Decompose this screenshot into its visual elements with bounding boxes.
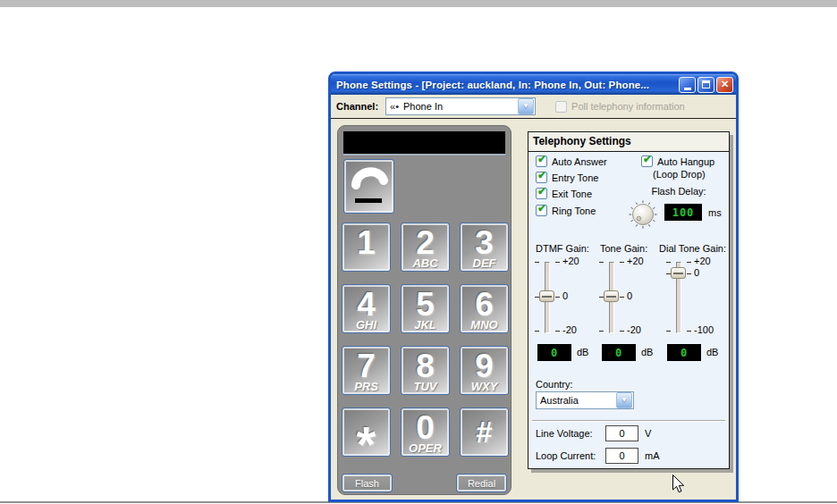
keypad-key-star[interactable]: * (342, 407, 391, 457)
keypad-key-3[interactable]: 3 DEF (460, 223, 509, 272)
knob-dial-icon (629, 200, 657, 229)
country-combobox-value: Australia (540, 395, 616, 406)
checkbox-ring-tone[interactable]: ✔ Ring Tone (536, 205, 596, 216)
checkbox-box: ✔ (536, 172, 547, 183)
keypad-key-hash[interactable]: # (460, 407, 509, 457)
keypad-key-4[interactable]: 4 GHI (342, 284, 391, 333)
key-digit: 5 (402, 288, 449, 321)
separator (532, 420, 725, 422)
checkbox-box: ✔ (536, 188, 547, 199)
flash-delay-knob[interactable] (629, 200, 657, 229)
key-digit: 3 (461, 226, 508, 259)
keypad-key-8[interactable]: 8 TUV (401, 346, 450, 395)
keypad-key-6[interactable]: 6 MNO (460, 284, 509, 333)
poll-checkbox-box (555, 101, 567, 113)
keypad-key-2[interactable]: 2 ABC (401, 223, 450, 272)
tick-mark (555, 262, 560, 263)
tick-label: +20 (627, 256, 644, 266)
country-combobox[interactable]: Australia ▼ (536, 391, 634, 409)
flash-delay-label: Flash Delay: (638, 186, 720, 197)
poll-telephony-checkbox: Poll telephony information (555, 101, 685, 113)
dial-tone-gain-unit: dB (706, 347, 718, 357)
auto-hangup-subtext: (Loop Drop) (653, 169, 706, 180)
redial-button[interactable]: Redial (456, 474, 507, 492)
key-digit: 2 (402, 226, 449, 259)
keypad: 1 2 ABC 3 DEF 4 GHI 5 JKL (342, 223, 509, 457)
tick-label: 0 (627, 290, 632, 301)
flash-delay-unit: ms (708, 207, 722, 218)
close-button[interactable]: ✕ (716, 77, 733, 93)
key-digit: 1 (342, 226, 390, 259)
line-voltage-field[interactable]: 0 (605, 425, 638, 441)
tick-label: 0 (562, 290, 568, 301)
phone-settings-window: Phone Settings - [Project: auckland, In:… (328, 71, 739, 502)
tick-mark (620, 262, 624, 263)
key-digit: 8 (402, 349, 449, 382)
key-letters: MNO (461, 318, 508, 332)
key-digit: # (461, 417, 508, 447)
keypad-key-0[interactable]: 0 OPER (401, 407, 450, 457)
key-letters: DEF (461, 256, 508, 270)
key-letters: OPER (402, 441, 449, 455)
maximize-icon (702, 80, 710, 88)
checkbox-auto-answer[interactable]: ✔ Auto Answer (536, 155, 607, 167)
checkbox-label: Exit Tone (552, 189, 592, 199)
tick-mark (555, 331, 560, 332)
chevron-down-icon: ▼ (522, 103, 529, 110)
minimize-button[interactable] (679, 77, 696, 93)
hook-button[interactable] (343, 159, 394, 214)
checkbox-entry-tone[interactable]: ✔ Entry Tone (536, 172, 598, 183)
loop-current-label: Loop Current: (536, 450, 596, 461)
keypad-key-5[interactable]: 5 JKL (401, 284, 450, 333)
screen: { "icons": { "close": "✕", "check": "✔",… (0, 0, 837, 504)
maximize-button[interactable] (698, 77, 714, 93)
checkbox-exit-tone[interactable]: ✔ Exit Tone (536, 188, 592, 199)
tick-label: +20 (562, 256, 579, 266)
key-letters: GHI (342, 318, 390, 332)
checkbox-label: Entry Tone (552, 172, 598, 183)
minimize-icon (684, 88, 691, 90)
dtmf-gain-lcd: 0 (537, 344, 571, 361)
dial-tone-gain-label: Dial Tone Gain: (659, 243, 726, 254)
key-letters: ABC (402, 256, 449, 270)
channel-dropdown-button[interactable]: ▼ (518, 98, 534, 114)
key-digit: 7 (342, 349, 390, 382)
tick-label: -20 (627, 324, 641, 335)
tick-label: -100 (694, 324, 714, 335)
channel-combobox-value: Phone In (403, 101, 518, 112)
checkbox-label: Auto Hangup (657, 156, 714, 167)
close-icon: ✕ (721, 79, 729, 90)
dtmf-gain-slider-thumb[interactable] (539, 290, 554, 302)
window-title: Phone Settings - [Project: auckland, In:… (336, 80, 677, 90)
flash-delay-lcd: 100 (664, 204, 702, 221)
channel-combobox[interactable]: «• Phone In ▼ (385, 97, 536, 115)
flash-button[interactable]: Flash (342, 474, 393, 492)
tick-mark (687, 273, 691, 274)
channel-bar: Channel: «• Phone In ▼ Poll telephony in… (331, 95, 736, 119)
chevron-down-icon: ▼ (621, 397, 628, 404)
telephony-settings-panel: Telephony Settings ✔ Auto Answer ✔ Entry… (528, 131, 730, 469)
tick-mark (599, 262, 604, 263)
key-letters: TUV (402, 380, 449, 393)
tone-gain-slider-thumb[interactable] (604, 290, 619, 302)
handset-icon (344, 160, 393, 213)
loop-current-field[interactable]: 0 (605, 448, 638, 464)
poll-checkbox-label: Poll telephony information (571, 101, 685, 112)
loop-current-unit: mA (645, 450, 660, 461)
title-bar[interactable]: Phone Settings - [Project: auckland, In:… (331, 74, 736, 95)
check-icon: ✔ (537, 203, 546, 214)
line-voltage-unit: V (645, 428, 651, 439)
checkbox-auto-hangup[interactable]: ✔ Auto Hangup (641, 155, 714, 167)
dial-tone-gain-slider-thumb[interactable] (671, 267, 686, 279)
checkbox-label: Auto Answer (552, 156, 607, 167)
checkbox-label: Ring Tone (552, 206, 596, 216)
country-label: Country: (536, 379, 573, 390)
tick-mark (599, 331, 604, 332)
keypad-key-7[interactable]: 7 PRS (342, 346, 391, 395)
tick-label: +20 (694, 256, 711, 266)
keypad-key-9[interactable]: 9 WXY (460, 346, 509, 395)
country-dropdown-button[interactable]: ▼ (616, 392, 632, 408)
keypad-key-1[interactable]: 1 (342, 223, 391, 272)
channel-label: Channel: (336, 101, 378, 112)
dial-tone-gain-lcd: 0 (667, 344, 701, 361)
